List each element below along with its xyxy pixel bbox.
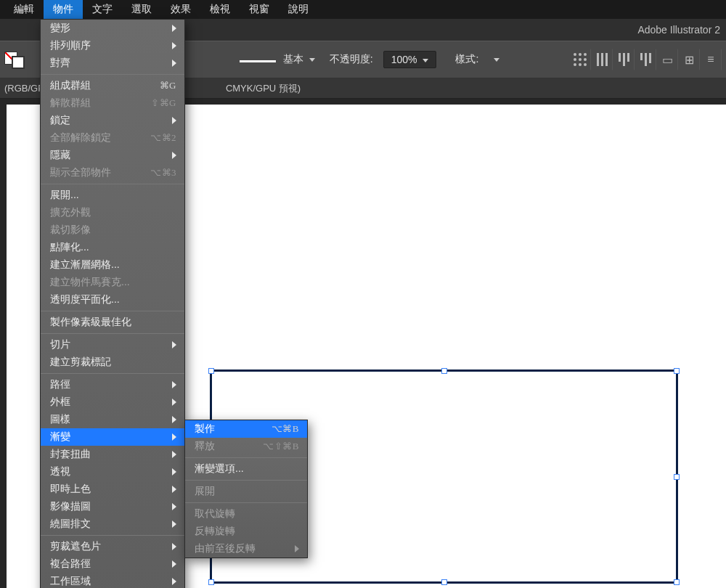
object-menu-item-24[interactable]: 路徑 bbox=[41, 376, 184, 393]
menu-item-label: 剪裁遮色片 bbox=[50, 540, 168, 553]
menu-item-label: 擴充外觀 bbox=[50, 206, 176, 219]
object-menu-item-5: 解散群組⇧⌘G bbox=[41, 94, 184, 112]
menu-item-label: 路徑 bbox=[50, 378, 168, 391]
object-menu-item-4[interactable]: 組成群組⌘G bbox=[41, 77, 184, 94]
stroke-sample-icon bbox=[240, 60, 276, 62]
menu-item-label: 漸變選項... bbox=[195, 462, 299, 475]
object-menu-item-17[interactable]: 透明度平面化... bbox=[41, 291, 184, 309]
menu-item-label: 點陣化... bbox=[50, 241, 176, 254]
object-menu-item-0[interactable]: 變形 bbox=[41, 20, 184, 37]
align-grid-icon[interactable] bbox=[569, 49, 591, 70]
object-menu-item-28[interactable]: 封套扭曲 bbox=[41, 446, 184, 463]
menu-item-label: 複合路徑 bbox=[50, 558, 168, 571]
submenu-arrow-icon bbox=[172, 486, 176, 493]
object-menu-item-2[interactable]: 對齊 bbox=[41, 54, 184, 72]
menu-item-label: 取代旋轉 bbox=[195, 507, 299, 520]
blend-submenu-item-3[interactable]: 漸變選項... bbox=[185, 460, 307, 478]
object-menu-item-13: 裁切影像 bbox=[41, 221, 184, 239]
distribute-icon[interactable] bbox=[591, 49, 613, 70]
opacity-label: 不透明度: bbox=[330, 53, 373, 66]
submenu-arrow-icon bbox=[172, 152, 176, 159]
submenu-arrow-icon bbox=[172, 543, 176, 550]
blend-submenu-item-0[interactable]: 製作⌥⌘B bbox=[185, 420, 307, 438]
submenu-arrow-icon bbox=[172, 503, 176, 510]
object-menu-separator bbox=[41, 311, 184, 311]
menubar-item-text[interactable]: 文字 bbox=[83, 0, 122, 19]
selection-handle-tc[interactable] bbox=[441, 368, 447, 374]
menubar-item-view[interactable]: 檢視 bbox=[200, 0, 240, 19]
menu-item-label: 展開... bbox=[50, 189, 176, 202]
style-dropdown[interactable] bbox=[484, 49, 506, 70]
opacity-value[interactable]: 100% bbox=[383, 51, 437, 68]
menu-item-shortcut: ⌥⌘2 bbox=[150, 132, 176, 144]
submenu-arrow-icon bbox=[172, 433, 176, 441]
blend-submenu-item-9: 由前至後反轉 bbox=[185, 540, 307, 558]
isolate-icon[interactable]: ⊞ bbox=[678, 49, 700, 70]
menu-item-label: 切片 bbox=[50, 338, 168, 351]
menu-item-label: 展開 bbox=[195, 485, 299, 498]
chevron-down-icon bbox=[423, 59, 428, 62]
menu-item-label: 組成群組 bbox=[50, 79, 160, 92]
menubar-item-effect[interactable]: 效果 bbox=[161, 0, 200, 19]
menu-item-label: 即時上色 bbox=[50, 483, 168, 496]
menu-item-label: 反轉旋轉 bbox=[195, 525, 299, 538]
menubar-item-edit[interactable]: 編輯 bbox=[4, 0, 44, 19]
object-menu-item-36[interactable]: 工作區域 bbox=[41, 573, 184, 588]
object-menu-item-21[interactable]: 切片 bbox=[41, 336, 184, 354]
object-menu-item-29[interactable]: 透視 bbox=[41, 463, 184, 481]
align-icon-1[interactable] bbox=[613, 49, 635, 70]
stroke-type-label[interactable]: 基本 bbox=[235, 53, 315, 66]
arrange-icon[interactable]: ≡ bbox=[700, 49, 722, 70]
menu-item-label: 釋放 bbox=[195, 440, 263, 453]
fill-stroke-swatch[interactable] bbox=[4, 52, 26, 68]
selection-handle-tl[interactable] bbox=[208, 368, 214, 374]
object-menu-item-35[interactable]: 複合路徑 bbox=[41, 555, 184, 573]
menu-item-label: 透視 bbox=[50, 465, 168, 478]
object-menu-item-12: 擴充外觀 bbox=[41, 204, 184, 221]
object-menu-item-27[interactable]: 漸變 bbox=[41, 428, 184, 446]
menubar-item-object[interactable]: 物件 bbox=[44, 0, 83, 19]
menu-item-shortcut: ⇧⌘G bbox=[151, 97, 176, 109]
object-menu-item-31[interactable]: 影像描圖 bbox=[41, 498, 184, 515]
doc-tab-right[interactable]: CMYK/GPU 預視) bbox=[226, 82, 301, 95]
object-menu-item-32[interactable]: 繞圖排文 bbox=[41, 515, 184, 533]
object-menu-item-19[interactable]: 製作像素級最佳化 bbox=[41, 314, 184, 331]
menu-item-shortcut: ⌥⌘B bbox=[272, 423, 299, 435]
menubar: 編輯 物件 文字 選取 效果 檢視 視窗 說明 bbox=[0, 0, 726, 19]
align-icon-2[interactable] bbox=[635, 49, 656, 70]
transform-icon[interactable]: ▭ bbox=[656, 49, 678, 70]
menu-item-label: 隱藏 bbox=[50, 149, 168, 162]
submenu-arrow-icon bbox=[172, 399, 176, 406]
selection-handle-br[interactable] bbox=[674, 579, 680, 585]
object-menu-item-25[interactable]: 外框 bbox=[41, 393, 184, 411]
submenu-arrow-icon bbox=[172, 42, 176, 49]
object-menu-separator bbox=[41, 74, 184, 75]
selection-handle-rc[interactable] bbox=[674, 474, 680, 480]
menubar-item-help[interactable]: 說明 bbox=[279, 0, 318, 19]
submenu-arrow-icon bbox=[172, 25, 176, 32]
menubar-item-select[interactable]: 選取 bbox=[122, 0, 161, 19]
object-menu-item-34[interactable]: 剪裁遮色片 bbox=[41, 538, 184, 555]
submenu-arrow-icon bbox=[295, 545, 299, 552]
submenu-arrow-icon bbox=[172, 381, 176, 388]
object-menu-item-26[interactable]: 圖樣 bbox=[41, 411, 184, 428]
object-menu-item-6[interactable]: 鎖定 bbox=[41, 112, 184, 129]
object-menu-item-15[interactable]: 建立漸層網格... bbox=[41, 256, 184, 274]
object-menu-item-30[interactable]: 即時上色 bbox=[41, 481, 184, 498]
menu-item-label: 排列順序 bbox=[50, 39, 168, 52]
selection-handle-bl[interactable] bbox=[208, 579, 214, 585]
menubar-item-window[interactable]: 視窗 bbox=[240, 0, 279, 19]
object-menu-separator bbox=[41, 333, 184, 334]
menu-item-label: 製作像素級最佳化 bbox=[50, 316, 176, 329]
menu-item-label: 圖樣 bbox=[50, 413, 168, 426]
blend-submenu-item-1: 釋放⌥⇧⌘B bbox=[185, 438, 307, 455]
object-menu-item-1[interactable]: 排列順序 bbox=[41, 37, 184, 54]
object-menu-item-8[interactable]: 隱藏 bbox=[41, 147, 184, 164]
object-menu-item-11[interactable]: 展開... bbox=[41, 187, 184, 204]
menu-item-label: 裁切影像 bbox=[50, 224, 176, 237]
doc-tab-left[interactable]: (RGB/GP bbox=[4, 83, 44, 94]
selection-handle-bc[interactable] bbox=[441, 579, 447, 585]
object-menu-item-14[interactable]: 點陣化... bbox=[41, 239, 184, 256]
object-menu-item-22[interactable]: 建立剪裁標記 bbox=[41, 354, 184, 371]
selection-handle-tr[interactable] bbox=[674, 368, 680, 374]
